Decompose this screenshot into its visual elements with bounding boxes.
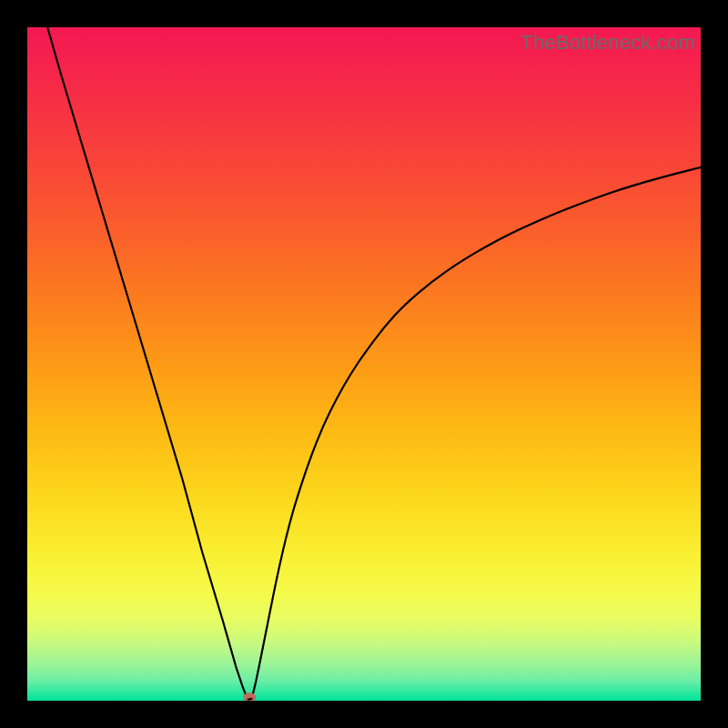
chart-frame: TheBottleneck.com [0, 0, 728, 728]
plot-area: TheBottleneck.com [27, 27, 701, 701]
gradient-background [27, 27, 701, 701]
chart-svg [27, 27, 701, 701]
watermark-text: TheBottleneck.com [521, 31, 695, 55]
curve-min-flat [248, 699, 252, 700]
